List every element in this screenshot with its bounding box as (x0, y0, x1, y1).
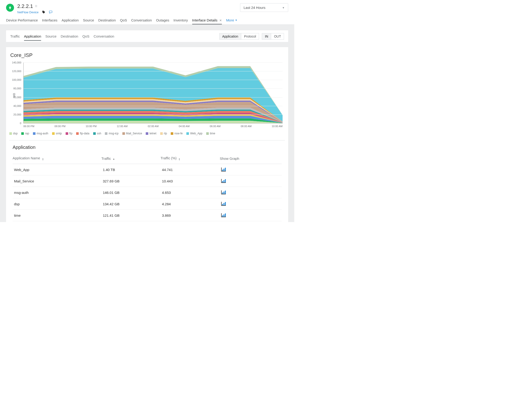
tab-application[interactable]: Application (62, 18, 79, 25)
cell-traffic: 1.40 TB (101, 164, 160, 175)
title-menu-icon[interactable]: ≡ (35, 4, 37, 8)
legend-item[interactable]: smtp (52, 132, 62, 135)
tab-device-performance[interactable]: Device Performance (6, 18, 38, 25)
cell-traffic: 134.42 GB (101, 198, 160, 210)
subtab-qos[interactable]: QoS (82, 34, 89, 38)
chart-plot-area: 020,00040,00060,00080,000100,000120,0001… (23, 62, 283, 123)
legend-item[interactable]: time (206, 132, 215, 135)
legend-item[interactable]: msg-icp (105, 132, 118, 135)
chart-title: Core_ISP (10, 52, 285, 58)
view-mode-application[interactable]: Application (220, 33, 241, 39)
cell-app-name: time (13, 210, 101, 221)
tab-interface-details[interactable]: Interface Details ✕ (192, 18, 222, 25)
table-row: Mail_Service327.69 GB10.443 (13, 175, 282, 187)
tab-source[interactable]: Source (83, 18, 94, 25)
cell-traffic-pct: 3.869 (161, 210, 220, 221)
table-row: msg-auth146.01 GB4.653 (13, 187, 282, 198)
show-graph-icon[interactable] (221, 190, 226, 194)
cell-app-name: msg-auth (13, 187, 101, 198)
area-chart-svg (24, 62, 283, 123)
chart-x-ticks: 06:00 PM08:00 PM10:00 PM12:00 AM02:00 AM… (23, 125, 283, 128)
legend-item[interactable]: msg-auth (33, 132, 48, 135)
cell-app-name: Web_App (13, 164, 101, 175)
legend-item[interactable]: dsp (9, 132, 18, 135)
col-app-name[interactable]: Application Name ▲▼ (13, 153, 101, 164)
cell-traffic-pct: 4.653 (161, 187, 220, 198)
direction-in[interactable]: IN (262, 33, 271, 39)
application-table: Application Name ▲▼ Traffic ▲ Traffic (%… (13, 153, 282, 221)
table-title: Application (13, 145, 282, 150)
cell-traffic: 327.69 GB (101, 175, 160, 187)
tab-conversation[interactable]: Conversation (131, 18, 152, 25)
tab-qos[interactable]: QoS (120, 18, 127, 25)
show-graph-icon[interactable] (221, 202, 226, 206)
sort-icon: ▲▼ (42, 158, 44, 161)
col-show-graph: Show Graph (220, 153, 282, 164)
cell-traffic-pct: 10.443 (161, 175, 220, 187)
legend-item[interactable]: telnet (146, 132, 156, 135)
svg-rect-1 (49, 11, 52, 13)
tag-icon[interactable] (42, 10, 45, 14)
col-traffic[interactable]: Traffic ▲ (101, 153, 160, 164)
tab-inventory[interactable]: Inventory (173, 18, 188, 25)
chevron-down-icon: ▼ (282, 6, 285, 9)
subtab-application[interactable]: Application (24, 34, 41, 41)
legend-item[interactable]: rap (21, 132, 29, 135)
show-graph-icon[interactable] (221, 213, 226, 217)
device-type-link[interactable]: NetFlow Device (17, 11, 38, 14)
chart-card: Core_ISP MB 020,00040,00060,00080,000100… (6, 47, 288, 222)
status-up-icon (6, 4, 14, 12)
tab-interface-details-label: Interface Details (192, 18, 217, 22)
cell-traffic: 146.01 GB (101, 187, 160, 198)
chat-icon[interactable] (49, 10, 52, 14)
tab-more[interactable]: More ▼ (226, 18, 237, 25)
legend-item[interactable]: rlp (160, 132, 167, 135)
legend-item[interactable]: Web_App (186, 132, 202, 135)
table-row: Web_App1.40 TB44.741 (13, 164, 282, 175)
cell-traffic-pct: 4.284 (161, 198, 220, 210)
subtab-conversation[interactable]: Conversation (94, 34, 114, 38)
direction-out[interactable]: OUT (271, 33, 284, 39)
subtab-source[interactable]: Source (45, 34, 57, 38)
sort-icon: ▲ (113, 158, 115, 160)
legend-item[interactable]: Mail_Service (122, 132, 142, 135)
chart-legend: dsprapmsg-authsmtpftpftp-datasshmsg-icpM… (9, 132, 285, 135)
time-range-select[interactable]: Last 24 Hours ▼ (240, 3, 288, 12)
device-ip: 2.2.2.1 (17, 3, 33, 9)
page-title: 2.2.2.1 ≡ (17, 3, 52, 9)
cell-traffic-pct: 44.741 (161, 164, 220, 175)
tab-outages[interactable]: Outages (156, 18, 169, 25)
time-range-label: Last 24 Hours (244, 6, 265, 10)
chevron-down-icon: ▼ (235, 19, 237, 21)
cell-app-name: Mail_Service (13, 175, 101, 187)
table-row: time121.41 GB3.869 (13, 210, 282, 221)
direction-toggle: IN OUT (262, 33, 284, 40)
view-mode-toggle: Application Protocol (219, 33, 259, 40)
show-graph-icon[interactable] (221, 179, 226, 183)
legend-item[interactable]: ftp-data (76, 132, 89, 135)
subtab-destination[interactable]: Destination (61, 34, 78, 38)
tab-destination[interactable]: Destination (98, 18, 116, 25)
svg-point-0 (43, 11, 43, 12)
cell-app-name: dsp (13, 198, 101, 210)
cell-traffic: 121.41 GB (101, 210, 160, 221)
legend-item[interactable]: nsw-fe (171, 132, 183, 135)
show-graph-icon[interactable] (221, 167, 226, 172)
tab-interfaces[interactable]: Interfaces (42, 18, 57, 25)
tab-close-icon[interactable]: ✕ (219, 19, 222, 22)
table-row: dsp134.42 GB4.284 (13, 198, 282, 210)
view-mode-protocol[interactable]: Protocol (241, 33, 259, 39)
sort-icon: ▲▼ (178, 158, 180, 161)
col-traffic-pct[interactable]: Traffic (%) ▲▼ (161, 153, 220, 164)
tab-more-label: More (226, 18, 234, 22)
legend-item[interactable]: ssh (93, 132, 101, 135)
legend-item[interactable]: ftp (66, 132, 72, 135)
subtab-traffic[interactable]: Traffic (10, 34, 20, 38)
